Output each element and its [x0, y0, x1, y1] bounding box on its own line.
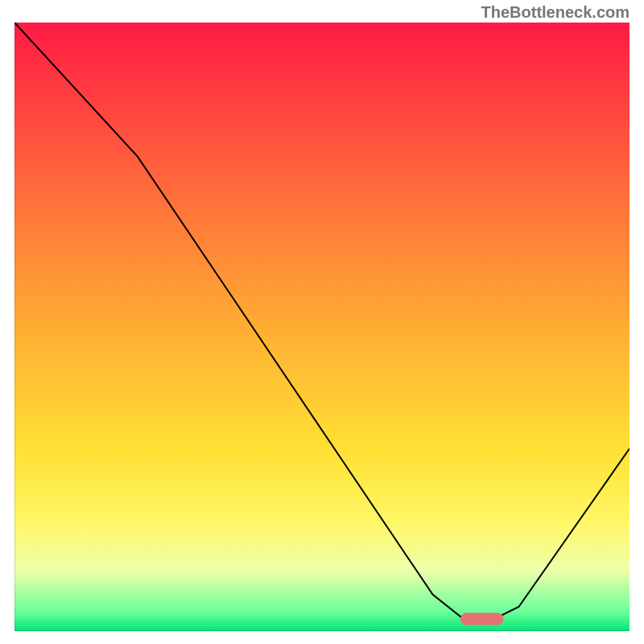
chart-background [14, 23, 630, 631]
chart-container [14, 23, 630, 631]
chart-svg [14, 23, 630, 631]
watermark-text: TheBottleneck.com [481, 3, 630, 22]
optimal-point-marker [460, 613, 503, 625]
